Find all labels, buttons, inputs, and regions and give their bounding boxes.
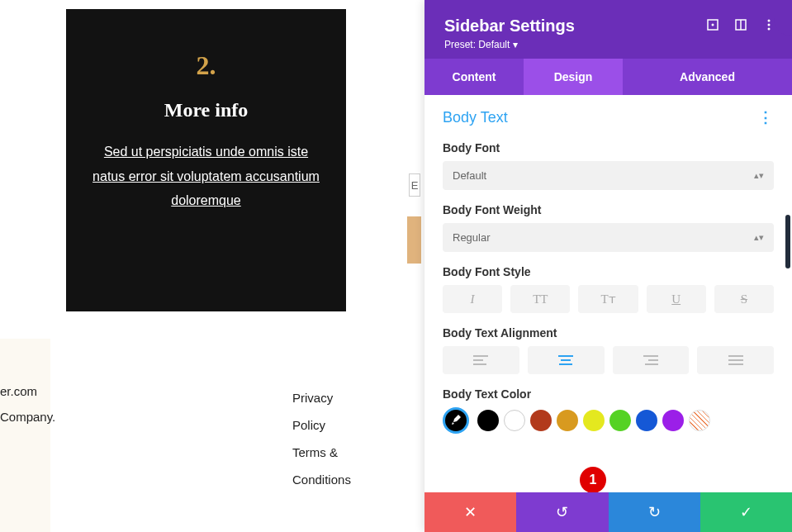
swatch-brick[interactable]	[530, 410, 552, 431]
color-swatch-row	[443, 407, 774, 434]
settings-panel: Sidebar Settings Preset: Default ▾ Conte…	[424, 0, 792, 532]
privacy-link[interactable]: Privacy Policy	[292, 384, 351, 439]
body-font-value: Default	[453, 169, 486, 182]
style-smallcaps-button[interactable]: Tᴛ	[578, 285, 638, 313]
body-weight-select[interactable]: Regular ▴▾	[443, 223, 774, 252]
confirm-button[interactable]: ✓	[700, 492, 792, 532]
style-uppercase-button[interactable]: TT	[510, 285, 570, 313]
chevron-updown-icon: ▴▾	[754, 232, 764, 243]
preset-selector[interactable]: Preset: Default ▾	[444, 39, 772, 50]
scrollbar-thumb[interactable]	[785, 215, 790, 268]
cancel-button[interactable]: ✕	[424, 492, 516, 532]
swatch-purple[interactable]	[662, 410, 684, 431]
annotation-marker-1: 1	[580, 467, 606, 492]
undo-button[interactable]: ↺	[516, 492, 608, 532]
content-card: 2. More info Sed ut perspiciatis unde om…	[66, 9, 346, 311]
tab-design[interactable]: Design	[524, 59, 623, 95]
expand-icon[interactable]	[706, 18, 719, 31]
footer-email-fragment: er.com	[0, 384, 55, 398]
swatch-white[interactable]	[504, 410, 525, 431]
tab-content[interactable]: Content	[424, 59, 524, 95]
panel-header: Sidebar Settings Preset: Default ▾	[424, 0, 792, 59]
body-weight-value: Regular	[453, 231, 491, 244]
panel-body: Body Text ⋮ Body Font Default ▴▾ Body Fo…	[424, 95, 792, 492]
panel-tabs: Content Design Advanced	[424, 59, 792, 95]
svg-point-1	[712, 24, 714, 26]
swatch-green[interactable]	[609, 410, 631, 431]
swatch-blue[interactable]	[636, 410, 657, 431]
step-body: Sed ut perspiciatis unde omnis iste natu…	[91, 140, 321, 213]
swatch-transparent[interactable]	[689, 410, 710, 431]
section-menu-icon[interactable]: ⋮	[758, 108, 774, 126]
redo-button[interactable]: ↻	[609, 492, 700, 532]
svg-point-5	[768, 24, 771, 26]
footer-company-fragment: Company.	[0, 410, 55, 424]
align-justify-button[interactable]	[697, 346, 774, 374]
align-center-button[interactable]	[528, 346, 605, 374]
label-body-text-color: Body Text Color	[443, 387, 774, 401]
section-title[interactable]: Body Text	[443, 109, 508, 126]
style-italic-button[interactable]: I	[443, 285, 502, 313]
decorative-strip	[407, 216, 421, 264]
style-strike-button[interactable]: S	[714, 285, 774, 313]
label-body-text-alignment: Body Text Alignment	[443, 326, 774, 340]
style-underline-button[interactable]: U	[647, 285, 706, 313]
editor-badge[interactable]: E	[409, 173, 420, 197]
terms-link[interactable]: Terms & Conditions	[292, 439, 351, 493]
swatch-yellow[interactable]	[583, 410, 605, 431]
action-bar: ✕ ↺ ↻ ✓	[424, 492, 792, 532]
tab-advanced[interactable]: Advanced	[623, 59, 792, 95]
align-left-button[interactable]	[443, 346, 519, 374]
step-number: 2.	[91, 50, 321, 81]
step-title: More info	[91, 99, 321, 121]
label-body-font-weight: Body Font Weight	[443, 203, 774, 216]
align-right-button[interactable]	[613, 346, 690, 374]
page-footer: er.com Company. Privacy Policy Terms & C…	[0, 339, 50, 532]
swatch-gold[interactable]	[557, 410, 578, 431]
svg-point-6	[768, 28, 771, 31]
body-font-select[interactable]: Default ▴▾	[443, 161, 774, 190]
label-body-font-style: Body Font Style	[443, 265, 774, 278]
svg-point-4	[768, 20, 771, 22]
swatch-black[interactable]	[477, 410, 499, 431]
eyedropper-button[interactable]	[443, 407, 469, 434]
label-body-font: Body Font	[443, 141, 774, 154]
chevron-updown-icon: ▴▾	[754, 170, 764, 181]
columns-icon[interactable]	[734, 18, 747, 31]
